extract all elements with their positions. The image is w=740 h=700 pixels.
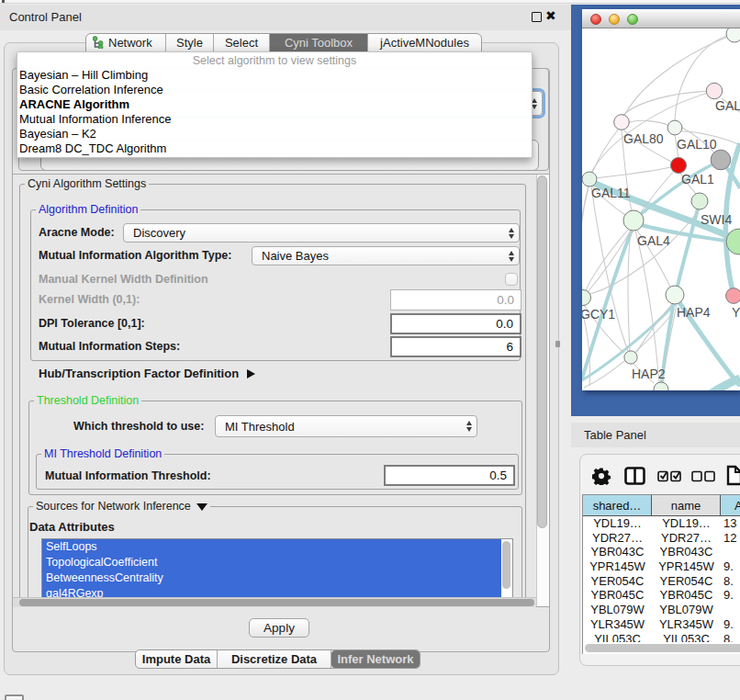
tab-label: Select <box>225 36 258 50</box>
partial-bottom-left-button[interactable] <box>5 694 24 700</box>
table-row[interactable]: YLR345WYLR345W9. <box>583 617 740 632</box>
table-cell <box>721 603 740 617</box>
tab-style[interactable]: Style <box>166 34 214 51</box>
tab-network[interactable]: Network <box>86 34 166 51</box>
network-edge[interactable] <box>635 231 659 382</box>
table-header[interactable]: shared…nameA <box>583 495 740 516</box>
network-node-SWI4[interactable] <box>691 193 708 209</box>
show-columns-icon[interactable] <box>624 467 645 489</box>
cyni-algorithm-settings-group-title: Cyni Algorithm Settings <box>25 177 149 190</box>
network-node-GAL1[interactable] <box>671 158 687 174</box>
tab-label: jActiveMNodules <box>380 36 469 50</box>
table-row[interactable]: YDR27…YDR27…12 <box>583 531 740 546</box>
popup-item[interactable]: Bayesian – K2 <box>17 127 532 141</box>
attribute-item[interactable]: SelfLoops <box>42 539 502 555</box>
table-cell <box>721 545 740 559</box>
tab-cyni-toolbox[interactable]: Cyni Toolbox <box>270 34 368 51</box>
network-edge[interactable] <box>629 120 667 125</box>
table-row[interactable]: YDL19…YDL19…13 <box>583 516 740 531</box>
column-header-name[interactable]: name <box>652 495 721 515</box>
network-node-HAP4[interactable] <box>666 286 684 304</box>
data-attributes-list[interactable]: SelfLoopsTopologicalCoefficientBetweenne… <box>41 538 513 597</box>
network-node-bottom[interactable] <box>654 382 668 390</box>
bottom-tab-impute-data[interactable]: Impute Data <box>136 650 218 668</box>
table-row[interactable]: YBR045CYBR045C9. <box>583 588 740 603</box>
mi-steps-field[interactable]: 6 <box>390 336 521 357</box>
popup-item[interactable]: Bayesian – Hill Climbing <box>17 68 532 83</box>
popup-item[interactable]: ARACNE Algorithm <box>17 97 532 112</box>
bottom-tab-discretize-data[interactable]: Discretize Data <box>218 650 331 668</box>
mi-threshold-field[interactable]: 0.5 <box>384 465 515 486</box>
column-header-shared…[interactable]: shared… <box>583 495 652 515</box>
network-edge[interactable] <box>582 186 589 289</box>
network-node-GAL80[interactable] <box>614 115 630 130</box>
node-label-SWI4: SWI4 <box>701 212 732 227</box>
popup-item[interactable]: Basic Correlation Inference <box>17 83 532 97</box>
network-node-topright[interactable] <box>726 28 740 42</box>
window-minimize-button[interactable] <box>609 14 620 25</box>
table-cell: 9. <box>721 559 740 574</box>
network-edge[interactable] <box>592 129 619 173</box>
network-edge[interactable] <box>709 378 740 390</box>
hub-definition-toggle[interactable]: Hub/Transcription Factor Definition <box>39 367 255 380</box>
float-window-icon[interactable] <box>532 12 542 22</box>
node-table[interactable]: shared…nameA YDL19…YDL19…13YDR27…YDR27…1… <box>582 494 740 654</box>
network-edge[interactable] <box>628 231 631 351</box>
network-node-GAL11[interactable] <box>582 172 597 186</box>
tab-jactivemnodules[interactable]: jActiveMNodules <box>368 34 481 51</box>
network-node-GAL4[interactable] <box>623 210 644 231</box>
network-icon <box>93 36 104 51</box>
table-row[interactable]: YER054CYER054C8. <box>583 574 740 589</box>
table-cell: YER054C <box>583 574 652 589</box>
table-row[interactable]: YPR145WYPR145W9. <box>583 559 740 574</box>
new-table-icon[interactable] <box>726 465 740 490</box>
network-node-GAL7[interactable] <box>706 83 722 98</box>
network-node-GCY1[interactable] <box>582 290 591 306</box>
table-cell: YLR345W <box>583 617 652 632</box>
tab-label: Cyni Toolbox <box>285 36 353 50</box>
network-node-pinkY[interactable] <box>726 288 740 304</box>
network-node-GAL10[interactable] <box>667 120 682 135</box>
network-canvas[interactable]: GAL7GAL80GAL10GAL1GAL11SWI4GAL4GCY1HAP4Y… <box>582 28 740 390</box>
bottom-tab-infer-network[interactable]: Infer Network <box>331 650 420 668</box>
attribute-item[interactable]: TopologicalCoefficient <box>42 555 502 570</box>
unselect-all-columns-icon[interactable] <box>691 469 716 486</box>
network-window-titlebar[interactable] <box>582 9 740 28</box>
aracne-mode-combo[interactable]: Discovery <box>123 223 520 243</box>
tab-label: Network <box>108 36 152 50</box>
settings-vscroll-thumb[interactable] <box>537 175 547 528</box>
table-panel-title: Table Panel <box>584 428 646 442</box>
network-node-HAP2[interactable] <box>624 351 637 364</box>
node-label-GAL7: GAL7 <box>715 98 740 113</box>
mi-type-combo[interactable]: Naive Bayes <box>252 246 520 265</box>
popup-item[interactable]: Mutual Information Inference <box>17 112 532 127</box>
attr-list-scroll-thumb[interactable] <box>502 541 510 589</box>
table-row[interactable]: YBL079WYBL079W <box>583 603 740 617</box>
dpi-tolerance-field[interactable]: 0.0 <box>390 313 521 334</box>
popup-item[interactable]: Dream8 DC_TDC Algorithm <box>17 141 532 156</box>
tab-select[interactable]: Select <box>214 34 270 51</box>
table-hscroll-thumb[interactable] <box>585 644 740 652</box>
select-all-columns-icon[interactable] <box>657 469 682 486</box>
network-edge[interactable] <box>590 209 700 294</box>
panel-splitter-grip[interactable] <box>555 341 560 347</box>
window-close-button[interactable] <box>590 14 601 25</box>
control-panel-title: Control Panel <box>9 10 82 24</box>
which-threshold-combo[interactable]: MI Threshold <box>215 415 477 437</box>
manual-kernel-checkbox[interactable] <box>505 273 518 286</box>
window-zoom-button[interactable] <box>627 14 638 25</box>
network-node-gray[interactable] <box>711 150 731 170</box>
table-row[interactable]: YBR043CYBR043C <box>583 545 740 559</box>
mi-threshold-label: Mutual Information Threshold: <box>45 469 211 482</box>
attribute-item[interactable]: BetweennessCentrality <box>42 570 502 586</box>
top-tick <box>2 0 5 3</box>
table-cell: YPR145W <box>652 559 721 574</box>
column-header-A[interactable]: A <box>721 495 740 515</box>
kernel-width-field[interactable]: 0.0 <box>390 289 521 310</box>
gear-icon[interactable] <box>592 467 611 489</box>
settings-hscroll-thumb[interactable] <box>19 599 534 606</box>
apply-button[interactable]: Apply <box>249 618 309 638</box>
close-icon[interactable]: ✖ <box>545 8 556 23</box>
attribute-item[interactable]: gal4RGexp <box>42 586 502 597</box>
network-edge[interactable] <box>597 167 671 178</box>
